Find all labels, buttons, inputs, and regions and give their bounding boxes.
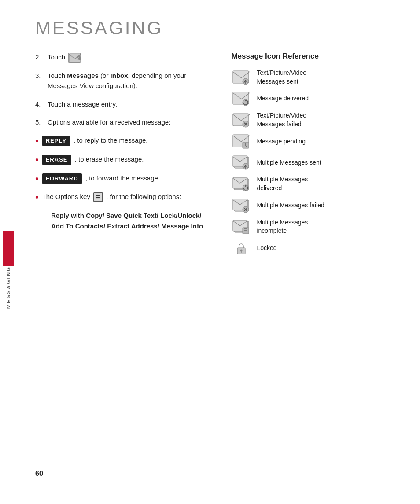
step-3-bold2: Inbox — [111, 72, 128, 79]
delivered-label: Message delivered — [257, 94, 309, 103]
page-divider — [35, 459, 70, 459]
locked-label: Locked — [257, 244, 276, 253]
sidebar-label: MESSAGING — [6, 266, 11, 309]
failed-icon — [231, 112, 251, 129]
bullet-reply-text: REPLY , to reply to the message. — [42, 135, 148, 146]
delivered-icon — [231, 90, 251, 107]
icon-ref-pending: Message pending — [231, 133, 394, 150]
icon-ref-multi-incomplete: Multiple Messagesincomplete — [231, 218, 394, 235]
multi-incomplete-icon — [231, 218, 251, 235]
right-column: Message Icon Reference Te — [231, 52, 394, 445]
erase-button-label: ERASE — [42, 155, 71, 165]
icon-ref-sent: Text/Picture/VideoMessages sent — [231, 69, 394, 86]
bullet-dot-forward: • — [35, 172, 39, 186]
step-3-num: 3. — [35, 70, 48, 91]
erase-text: , to erase the message. — [75, 155, 144, 163]
failed-label: Text/Picture/VideoMessages failed — [257, 111, 306, 129]
step-4-text: Touch a message entry. — [48, 99, 214, 109]
step-2: 2. Touch . — [35, 52, 214, 63]
bullet-dot-reply: • — [35, 134, 39, 148]
step-5-text: Options available for a received message… — [48, 117, 214, 127]
page-container: MESSAGING MESSAGING 2. Touch — [0, 0, 420, 504]
bullet-forward-text: FORWARD , to forward the message. — [42, 173, 160, 184]
step-3: 3. Touch Messages (or Inbox, depending o… — [35, 70, 214, 91]
multi-sent-icon — [231, 154, 251, 171]
options-key-icon: ☰ — [93, 192, 103, 202]
options-text-after: , for the following options: — [106, 193, 181, 200]
compose-icon — [68, 53, 81, 63]
bullet-reply: • REPLY , to reply to the message. — [35, 135, 214, 148]
step-4-num: 4. — [35, 99, 48, 109]
multi-sent-label: Multiple Messages sent — [257, 158, 321, 167]
step-4: 4. Touch a message entry. — [35, 99, 214, 109]
step-5-num: 5. — [35, 117, 48, 127]
pending-icon — [231, 133, 251, 150]
two-col-layout: 2. Touch . 3. — [35, 52, 394, 445]
sent-icon — [231, 69, 251, 86]
icon-ref-multi-delivered: Multiple Messagesdelivered — [231, 175, 394, 192]
left-column: 2. Touch . 3. — [35, 52, 214, 445]
ref-title: Message Icon Reference — [231, 52, 394, 61]
sent-label: Text/Picture/VideoMessages sent — [257, 69, 306, 86]
reply-text: , to reply to the message. — [74, 136, 147, 144]
icon-ref-multi-sent: Multiple Messages sent — [231, 154, 394, 171]
bullet-forward: • FORWARD , to forward the message. — [35, 173, 214, 186]
bullet-dot-erase: • — [35, 153, 39, 167]
options-text-before: The Options key — [42, 193, 90, 200]
forward-text: , to forward the message. — [85, 174, 160, 182]
bullet-list: • REPLY , to reply to the message. • ERA… — [35, 135, 214, 232]
icon-ref-list: Text/Picture/VideoMessages sent — [231, 69, 394, 261]
reply-button-label: REPLY — [42, 136, 70, 146]
step-5: 5. Options available for a received mess… — [35, 117, 214, 127]
locked-icon — [231, 240, 251, 257]
multi-incomplete-label: Multiple Messagesincomplete — [257, 218, 308, 235]
icon-ref-multi-failed: Multiple Messages failed — [231, 197, 394, 214]
svg-point-34 — [240, 249, 243, 251]
bullet-erase: • ERASE , to erase the message. — [35, 154, 214, 167]
bullet-options: • The Options key ☰ , for the following … — [35, 191, 214, 204]
forward-button-label: FORWARD — [42, 173, 82, 184]
icon-ref-delivered: Message delivered — [231, 90, 394, 107]
pending-label: Message pending — [257, 137, 306, 146]
step-2-text: Touch . — [48, 52, 214, 63]
multi-failed-icon — [231, 197, 251, 214]
step-3-bold1: Messages — [67, 72, 99, 79]
step-2-num: 2. — [35, 52, 48, 63]
icon-ref-failed: Text/Picture/VideoMessages failed — [231, 111, 394, 129]
multi-failed-label: Multiple Messages failed — [257, 201, 324, 210]
vertical-sidebar: MESSAGING — [0, 88, 17, 451]
bullet-options-text: The Options key ☰ , for the following op… — [42, 191, 181, 202]
multi-delivered-icon — [231, 176, 251, 192]
multi-delivered-label: Multiple Messagesdelivered — [257, 175, 308, 192]
icon-ref-locked: Locked — [231, 240, 394, 257]
bullet-erase-text: ERASE , to erase the message. — [42, 154, 144, 165]
bullet-dot-options: • — [35, 191, 39, 204]
page-title: MESSAGING — [35, 18, 394, 39]
page-number: 60 — [35, 470, 394, 478]
step-3-text: Touch Messages (or Inbox, depending on y… — [48, 70, 214, 91]
sidebar-red-bar — [3, 231, 14, 266]
sub-options-text: Reply with Copy/ Save Quick Text/ Lock/U… — [51, 210, 214, 232]
